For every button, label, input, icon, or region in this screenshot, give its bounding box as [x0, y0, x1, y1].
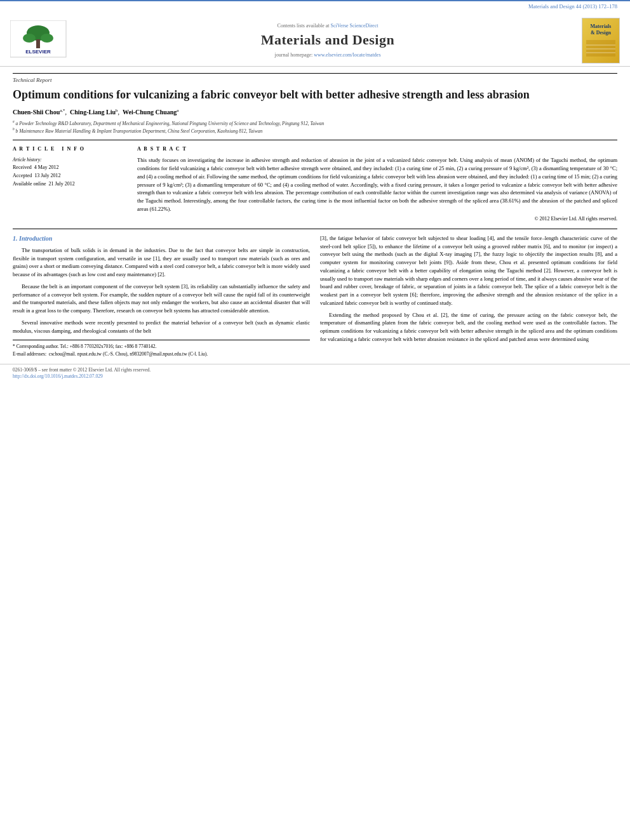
sciverse-line: Contents lists available at SciVerse Sci…: [74, 22, 582, 29]
svg-point-2: [23, 34, 36, 43]
available-label: Available online: [13, 181, 46, 187]
article-info-block: Article history: Received 4 May 2012 Acc…: [13, 156, 127, 188]
received-row: Received 4 May 2012: [13, 164, 127, 172]
doi-link[interactable]: http://dx.doi.org/10.1016/j.matdes.2012.…: [13, 373, 103, 379]
author-3: Wei-Chung Chuang: [123, 109, 177, 116]
author-2: Ching-Liang Liu: [70, 109, 116, 116]
journal-citation: Materials and Design 44 (2013) 172–178: [528, 3, 617, 10]
homepage-link[interactable]: www.elsevier.com/locate/matdes: [314, 52, 380, 58]
author-1: Chuen-Shii Chou: [13, 109, 60, 116]
author-1-super: a,*: [60, 108, 65, 113]
article-info-abstract-section: A R T I C L E I N F O Article history: R…: [13, 140, 617, 222]
svg-rect-4: [36, 39, 40, 48]
journal-header-bar: Materials and Design 44 (2013) 172–178: [0, 0, 630, 13]
author-2-super: b: [116, 108, 118, 113]
section-divider: [13, 229, 617, 229]
authors-line: Chuen-Shii Choua,*, Ching-Liang Liub, We…: [13, 108, 617, 117]
received-date: 4 May 2012: [34, 164, 59, 170]
intro-heading: 1. Introduction: [13, 234, 310, 243]
svg-rect-6: [586, 40, 615, 57]
intro-para-3: Several innovative methods were recently…: [13, 319, 310, 335]
available-date: 21 July 2012: [49, 181, 75, 187]
article-info-label: A R T I C L E I N F O: [13, 145, 127, 152]
article-type: Technical Report: [13, 73, 617, 84]
journal-title-main: Materials and Design: [74, 30, 582, 50]
main-content: Technical Report Optimum conditions for …: [0, 67, 630, 364]
article-info-col: A R T I C L E I N F O Article history: R…: [13, 145, 127, 222]
available-row: Available online 21 July 2012: [13, 180, 127, 189]
intro-para-2: Because the belt is an important compone…: [13, 283, 310, 315]
elsevier-logo: ELSEVIER: [10, 20, 67, 61]
email-label: E-mail addresses:: [13, 351, 46, 357]
received-label: Received: [13, 164, 32, 170]
author-3-super: a: [177, 108, 178, 113]
affiliation-b: b b Maintenance Raw Material Handling & …: [13, 127, 617, 135]
accepted-date: 13 July 2012: [34, 173, 60, 178]
article-title: Optimum conditions for vulcanizing a fab…: [13, 88, 617, 102]
doi-line: http://dx.doi.org/10.1016/j.matdes.2012.…: [13, 373, 617, 380]
affiliation-a: a a Powder Technology R&D Laboratory, De…: [13, 119, 617, 127]
body-right-col: [3], the fatigue behavior of fabric conv…: [320, 234, 617, 357]
issn-line: 0261-3069/$ – see front matter © 2012 El…: [13, 367, 617, 374]
body-left-col: 1. Introduction The transportation of bu…: [13, 234, 310, 357]
history-label: Article history:: [13, 156, 127, 164]
footnote-area: * Corresponding author. Tel.: +886 8 770…: [13, 340, 310, 357]
svg-text:ELSEVIER: ELSEVIER: [25, 49, 51, 55]
affiliations: a a Powder Technology R&D Laboratory, De…: [13, 119, 617, 135]
email-addresses: cschou@mail. npust.edu.tw (C.-S. Chou), …: [49, 351, 208, 357]
body-two-col: 1. Introduction The transportation of bu…: [13, 234, 617, 357]
intro-para-1: The transportation of bulk solids is in …: [13, 246, 310, 279]
sciverse-link[interactable]: SciVerse ScienceDirect: [331, 23, 379, 29]
svg-point-3: [41, 34, 53, 43]
right-para-2: Extending the method proposed by Chou et…: [320, 311, 617, 343]
copyright-line: © 2012 Elsevier Ltd. All rights reserved…: [137, 215, 617, 222]
corresponding-note: * Corresponding author. Tel.: +886 8 770…: [13, 343, 310, 350]
accepted-label: Accepted: [13, 173, 32, 178]
email-note: E-mail addresses: cschou@mail. npust.edu…: [13, 350, 310, 357]
abstract-text: This study focuses on investigating the …: [137, 156, 617, 213]
elsevier-header: ELSEVIER Contents lists available at Sci…: [0, 13, 630, 67]
abstract-col: A B S T R A C T This study focuses on in…: [137, 145, 617, 222]
homepage-line: journal homepage: www.elsevier.com/locat…: [74, 51, 582, 58]
bottom-bar: 0261-3069/$ – see front matter © 2012 El…: [0, 364, 630, 383]
abstract-label: A B S T R A C T: [137, 145, 617, 152]
header-center: Contents lists available at SciVerse Sci…: [74, 22, 582, 58]
right-para-1: [3], the fatigue behavior of fabric conv…: [320, 234, 617, 307]
accepted-row: Accepted 13 July 2012: [13, 172, 127, 180]
journal-cover-thumbnail: Materials & Design: [582, 18, 620, 63]
